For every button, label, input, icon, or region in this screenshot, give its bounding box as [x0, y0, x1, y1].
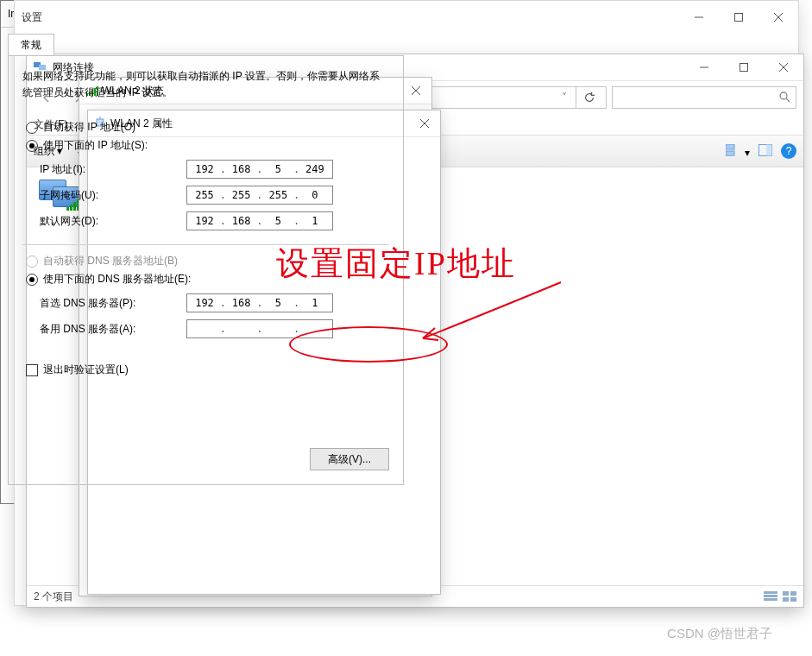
radio-icon	[26, 255, 38, 268]
checkbox-validate-exit[interactable]: 退出时验证设置(L)	[26, 363, 389, 377]
address-dropdown[interactable]: ˅	[557, 91, 572, 104]
ip-input[interactable]: 192. 168. 5. 249	[186, 160, 333, 179]
intro-text: 如果网络支持此功能，则可以获取自动指派的 IP 设置。否则，你需要从网络系统管理…	[22, 68, 389, 101]
field-mask: 子网掩码(U): 255. 255. 255. 0	[40, 186, 389, 205]
svg-point-10	[780, 92, 787, 99]
checkbox-icon	[26, 364, 38, 376]
radio-manual-dns-label: 使用下面的 DNS 服务器地址(E):	[43, 272, 191, 287]
gateway-label: 默认网关(D):	[40, 214, 186, 229]
svg-rect-16	[764, 591, 777, 594]
svg-rect-19	[783, 591, 789, 596]
dns2-label: 备用 DNS 服务器(A):	[40, 322, 186, 337]
svg-rect-15	[766, 144, 772, 155]
field-ip: IP 地址(I): 192. 168. 5. 249	[40, 160, 389, 179]
svg-line-11	[786, 98, 790, 102]
minimize-button[interactable]	[684, 54, 724, 81]
search-box[interactable]	[612, 86, 796, 109]
svg-rect-12	[726, 144, 734, 149]
checkbox-validate-label: 退出时验证设置(L)	[43, 363, 129, 377]
view-preview-icon[interactable]	[758, 144, 772, 159]
large-view-icon[interactable]	[783, 591, 796, 602]
minimize-button[interactable]	[679, 3, 719, 31]
annotation-text: 设置固定IP地址	[276, 242, 516, 286]
svg-rect-22	[790, 597, 796, 602]
help-icon[interactable]: ?	[781, 143, 796, 159]
radio-auto-dns-label: 自动获得 DNS 服务器地址(B)	[43, 254, 178, 268]
svg-rect-21	[783, 597, 789, 602]
status-item-count: 2 个项目	[34, 590, 73, 604]
refresh-button[interactable]	[576, 86, 602, 109]
dns1-input[interactable]: 192. 168. 5. 1	[186, 293, 333, 312]
dns2-input[interactable]: . . .	[186, 319, 333, 338]
view-thumb-icon[interactable]: ▾	[726, 144, 750, 159]
svg-rect-20	[790, 591, 796, 596]
mask-label: 子网掩码(U):	[40, 188, 186, 203]
close-button[interactable]	[409, 110, 440, 136]
tab-general[interactable]: 常规	[8, 34, 54, 56]
maximize-button[interactable]	[724, 54, 764, 81]
search-icon	[778, 91, 790, 105]
advanced-button[interactable]: 高级(V)...	[310, 448, 389, 470]
settings-titlebar: 设置	[15, 1, 798, 34]
maximize-button[interactable]	[719, 3, 758, 31]
field-dns1: 首选 DNS 服务器(P): 192. 168. 5. 1	[40, 293, 389, 312]
svg-rect-1	[735, 14, 743, 22]
radio-icon	[26, 140, 38, 152]
radio-manual-ip-label: 使用下面的 IP 地址(S):	[43, 138, 148, 153]
radio-auto-ip-label: 自动获得 IP 地址(O)	[43, 120, 135, 135]
settings-title: 设置	[22, 10, 679, 25]
details-view-icon[interactable]	[764, 591, 777, 602]
field-dns2: 备用 DNS 服务器(A): . . .	[40, 319, 389, 338]
svg-rect-18	[764, 598, 777, 601]
field-gateway: 默认网关(D): 192. 168. 5. 1	[40, 211, 389, 230]
radio-manual-ip[interactable]: 使用下面的 IP 地址(S):	[26, 138, 389, 153]
mask-input[interactable]: 255. 255. 255. 0	[186, 186, 333, 205]
close-button[interactable]	[764, 54, 803, 81]
radio-icon	[26, 122, 38, 134]
ip-label: IP 地址(I):	[40, 162, 186, 177]
close-button[interactable]	[400, 78, 431, 104]
close-button[interactable]	[758, 3, 798, 31]
radio-auto-ip[interactable]: 自动获得 IP 地址(O)	[26, 120, 389, 135]
dns1-label: 首选 DNS 服务器(P):	[40, 296, 186, 311]
radio-icon	[26, 274, 38, 286]
svg-rect-17	[764, 595, 777, 597]
watermark: CSDN @悟世君子	[667, 626, 772, 642]
gateway-input[interactable]: 192. 168. 5. 1	[186, 211, 333, 230]
status-view-icons	[764, 591, 796, 602]
svg-rect-13	[726, 151, 734, 156]
svg-rect-7	[740, 64, 748, 72]
